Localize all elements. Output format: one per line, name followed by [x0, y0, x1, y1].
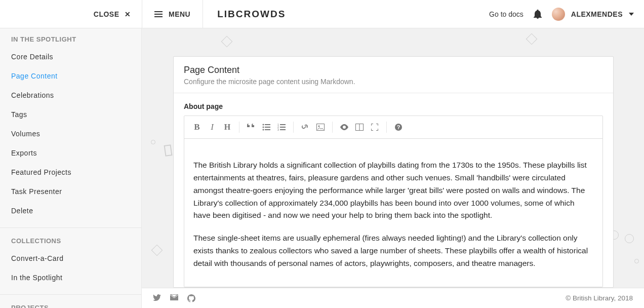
twitter-icon[interactable]: [153, 294, 161, 302]
italic-icon[interactable]: I: [205, 120, 220, 135]
top-right-group: Go to docs ALEXMENDES: [489, 0, 644, 28]
footer: © British Library, 2018: [142, 288, 644, 308]
sidebar: IN THE SPOTLIGHT Core Details Page Conte…: [0, 0, 142, 308]
sidebar-item-task-presenter[interactable]: Task Presenter: [0, 182, 141, 201]
heading-icon[interactable]: H: [220, 120, 235, 135]
svg-rect-9: [280, 127, 286, 128]
card-header: Page Content Configure the microsite pag…: [174, 57, 613, 93]
page-content-card: Page Content Configure the microsite pag…: [173, 56, 614, 288]
svg-point-2: [263, 127, 264, 128]
svg-rect-7: [280, 124, 286, 125]
editor-textarea[interactable]: The British Library holds a significant …: [184, 139, 602, 287]
link-icon[interactable]: [298, 120, 313, 135]
menu-button[interactable]: MENU: [142, 0, 203, 28]
github-icon[interactable]: [187, 294, 195, 302]
username: ALEXMENDES: [571, 10, 623, 18]
svg-text:3: 3: [277, 128, 279, 131]
close-icon: ✕: [125, 10, 131, 18]
bold-icon[interactable]: B: [189, 120, 205, 135]
sidebar-section-spotlight: IN THE SPOTLIGHT: [0, 28, 141, 47]
close-label: CLOSE: [94, 10, 119, 18]
toolbar-divider: [386, 122, 387, 133]
card-body: About page B I H 123: [174, 93, 613, 287]
svg-rect-5: [265, 129, 270, 130]
caret-down-icon: [629, 13, 634, 16]
card-subtitle: Configure the microsite page content usi…: [184, 78, 603, 86]
footer-copyright: © British Library, 2018: [566, 294, 633, 302]
svg-point-13: [318, 126, 320, 127]
avatar: [552, 8, 565, 21]
top-bar: CLOSE ✕ MENU LIBCROWDS Go to docs ALEXME…: [0, 0, 644, 28]
user-menu[interactable]: ALEXMENDES: [552, 8, 634, 21]
email-icon[interactable]: [170, 294, 178, 302]
about-page-label: About page: [184, 102, 603, 110]
brand-logo: LIBCROWDS: [217, 9, 286, 20]
sidebar-item-page-content[interactable]: Page Content: [0, 66, 141, 86]
sidebar-item-delete[interactable]: Delete: [0, 201, 141, 220]
quote-icon[interactable]: [244, 120, 259, 135]
sidebar-item-convert-a-card[interactable]: Convert-a-Card: [0, 249, 141, 268]
unordered-list-icon[interactable]: [259, 120, 274, 135]
svg-rect-3: [265, 127, 270, 128]
sidebar-item-featured-projects[interactable]: Featured Projects: [0, 163, 141, 182]
sidebar-divider: [0, 227, 141, 228]
preview-icon[interactable]: [337, 120, 352, 135]
fullscreen-icon[interactable]: [367, 120, 382, 135]
footer-social: [153, 294, 195, 302]
svg-point-4: [263, 129, 264, 131]
sidebar-item-core-details[interactable]: Core Details: [0, 47, 141, 66]
docs-link[interactable]: Go to docs: [489, 10, 524, 18]
notifications-icon[interactable]: [534, 10, 542, 19]
sidebar-section-projects: PROJECTS: [0, 297, 141, 308]
side-by-side-icon[interactable]: [352, 120, 367, 135]
hamburger-icon: [154, 11, 163, 17]
sidebar-item-celebrations[interactable]: Celebrations: [0, 86, 141, 105]
toolbar-divider: [239, 122, 239, 133]
svg-rect-11: [280, 129, 286, 130]
sidebar-divider: [0, 294, 141, 295]
sidebar-item-exports[interactable]: Exports: [0, 143, 141, 163]
svg-rect-1: [265, 124, 270, 125]
menu-label: MENU: [169, 10, 190, 18]
sidebar-item-volumes[interactable]: Volumes: [0, 124, 141, 143]
card-title: Page Content: [184, 65, 603, 75]
svg-text:?: ?: [397, 124, 400, 130]
markdown-editor: B I H 123: [184, 115, 603, 287]
image-icon[interactable]: [313, 120, 328, 135]
help-icon[interactable]: ?: [391, 120, 406, 135]
main-content: Page Content Configure the microsite pag…: [142, 28, 644, 288]
editor-paragraph: The British Library holds a significant …: [193, 159, 593, 222]
ordered-list-icon[interactable]: 123: [274, 120, 289, 135]
sidebar-item-in-the-spotlight[interactable]: In the Spotlight: [0, 268, 141, 287]
editor-paragraph: These single-sheet items are usually eph…: [193, 232, 593, 270]
toolbar-divider: [332, 122, 333, 133]
sidebar-item-tags[interactable]: Tags: [0, 105, 141, 124]
toolbar-divider: [293, 122, 294, 133]
sidebar-section-collections: COLLECTIONS: [0, 230, 141, 249]
svg-point-0: [263, 124, 264, 126]
editor-toolbar: B I H 123: [184, 116, 602, 139]
close-button[interactable]: CLOSE ✕: [0, 0, 142, 28]
